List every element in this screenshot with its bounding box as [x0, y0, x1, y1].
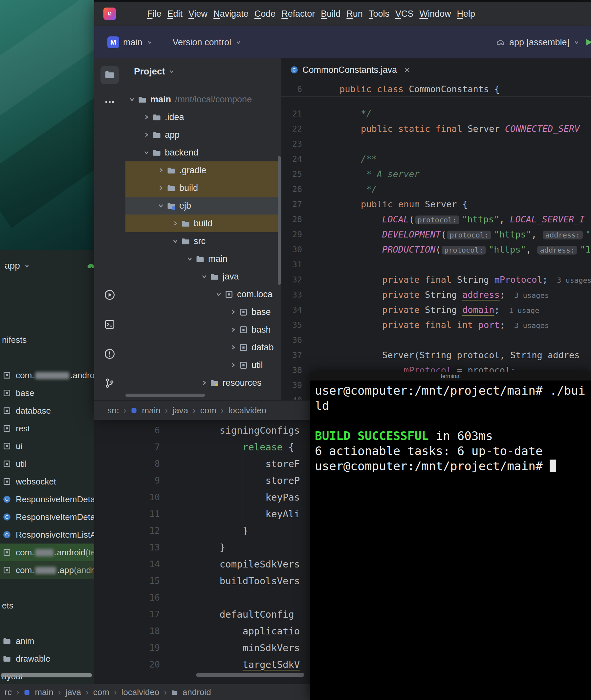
tree-item-base[interactable]: base: [125, 303, 281, 321]
tree-item-base[interactable]: base: [0, 384, 94, 402]
branch-selector[interactable]: M main: [107, 36, 153, 48]
code-text: public static final Server CONNECTED_SER…: [339, 124, 580, 134]
tree-item-app[interactable]: app: [125, 126, 281, 144]
tree-item-src[interactable]: src: [125, 232, 281, 250]
breadcrumb-item-main[interactable]: main: [142, 405, 160, 415]
version-control-menu[interactable]: Version control: [173, 37, 242, 48]
chevron-closed-icon[interactable]: [228, 343, 238, 352]
close-icon[interactable]: ×: [404, 65, 410, 75]
tree-item-ResponsiveItemListActivity[interactable]: CResponsiveItemListActivity: [0, 526, 94, 544]
terminal-output[interactable]: user@computer:/mnt/project/main# ./build…: [310, 381, 591, 474]
run-button[interactable]: [584, 37, 591, 47]
tree-item-drawable[interactable]: drawable: [0, 650, 94, 668]
chevron-open-icon[interactable]: [185, 254, 194, 263]
tree-item-anim[interactable]: anim: [0, 632, 94, 650]
terminal-tool-button[interactable]: [104, 319, 115, 331]
menu-item-run[interactable]: Run: [343, 7, 366, 21]
tree-item-nifests[interactable]: nifests: [0, 331, 94, 349]
project-panel-header[interactable]: Project: [134, 66, 175, 77]
tree-item-com.loca[interactable]: com.loca: [125, 285, 281, 303]
vertical-scrollbar[interactable]: [278, 156, 281, 285]
tree-item-ResponsiveItemDetailActiv[interactable]: CResponsiveItemDetailActiv: [0, 490, 94, 508]
tree-item-build[interactable]: build: [125, 215, 281, 232]
chevron-open-icon[interactable]: [214, 290, 223, 299]
menu-item-tools[interactable]: Tools: [366, 7, 392, 21]
horizontal-scrollbar[interactable]: [196, 673, 304, 677]
tree-item-ResponsiveItemDetailFragm[interactable]: CResponsiveItemDetailFragm: [0, 508, 94, 526]
breadcrumb-item-main[interactable]: main: [35, 687, 53, 697]
menu-item-vcs[interactable]: VCS: [392, 7, 417, 21]
run-tool-button[interactable]: [104, 290, 115, 301]
chevron-down-icon[interactable]: [573, 39, 580, 46]
code-line: 16: [94, 589, 310, 606]
tree-item-.gradle[interactable]: .gradle: [125, 161, 281, 179]
breadcrumb-item-com[interactable]: com: [200, 405, 216, 415]
menu-item-view[interactable]: View: [186, 7, 210, 21]
breadcrumb-item-localvideo[interactable]: localvideo: [122, 687, 159, 697]
tree-item-redacted[interactable]: com..androi: [0, 366, 94, 384]
chevron-open-icon[interactable]: [200, 272, 209, 281]
chevron-closed-icon[interactable]: [228, 325, 238, 334]
menu-item-refactor[interactable]: Refactor: [278, 7, 318, 21]
menu-item-window[interactable]: Window: [416, 7, 454, 21]
chevron-closed-icon[interactable]: [200, 378, 209, 387]
tree-item-redacted[interactable]: com..app (androidT: [0, 561, 94, 579]
tree-item-build[interactable]: build: [125, 179, 281, 197]
chevron-closed-icon[interactable]: [228, 361, 238, 370]
code-segment: [339, 275, 382, 285]
chevron-closed-icon[interactable]: [142, 112, 151, 122]
chevron-open-icon[interactable]: [142, 148, 151, 157]
tree-item-main[interactable]: main/mnt/local/compone: [125, 90, 281, 108]
chevron-closed-icon[interactable]: [142, 130, 151, 139]
chevron-closed-icon[interactable]: [228, 307, 238, 317]
tree-item-ejb[interactable]: ejb: [125, 197, 281, 215]
gradle-sync-icon[interactable]: [86, 261, 94, 270]
breadcrumb-item-rc[interactable]: rc: [5, 687, 12, 697]
terminal-title-bar[interactable]: terminal: [310, 372, 591, 381]
breadcrumb-item-src[interactable]: src: [107, 405, 119, 415]
tree-item-bash[interactable]: bash: [125, 321, 281, 338]
menu-item-code[interactable]: Code: [252, 7, 279, 21]
tree-item-redacted[interactable]: com..android (test): [0, 544, 94, 561]
chevron-open-icon[interactable]: [156, 201, 166, 210]
menu-item-build[interactable]: Build: [318, 7, 343, 21]
tree-item-java[interactable]: java: [125, 268, 281, 285]
breadcrumb-item-com[interactable]: com: [93, 687, 109, 697]
horizontal-scrollbar[interactable]: [125, 394, 205, 397]
menu-item-help[interactable]: Help: [454, 7, 478, 21]
more-tools-button[interactable]: [104, 97, 115, 108]
tree-item-ui[interactable]: ui: [0, 437, 94, 455]
tree-item-datab[interactable]: datab: [125, 338, 281, 356]
run-config-name[interactable]: app [assemble]: [509, 37, 569, 48]
tree-item-rest[interactable]: rest: [0, 419, 94, 437]
chevron-closed-icon[interactable]: [156, 183, 166, 192]
terminal-title: terminal: [441, 373, 460, 380]
horizontal-scrollbar[interactable]: [1, 673, 92, 677]
project-tool-button[interactable]: [101, 66, 119, 84]
tree-item-main[interactable]: main: [125, 250, 281, 268]
module-selector[interactable]: app: [5, 256, 94, 275]
tree-item-label: ejb: [179, 201, 191, 211]
chevron-closed-icon[interactable]: [156, 166, 166, 175]
tree-item-websocket[interactable]: websocket: [0, 473, 94, 490]
menu-item-edit[interactable]: Edit: [165, 7, 186, 21]
tree-item-resources[interactable]: resources: [125, 374, 281, 392]
chevron-open-icon[interactable]: [127, 95, 137, 104]
problems-tool-button[interactable]: [104, 349, 115, 360]
chevron-open-icon[interactable]: [171, 236, 180, 246]
breadcrumb-item-java[interactable]: java: [172, 405, 188, 415]
breadcrumb-item-localvideo[interactable]: localvideo: [228, 405, 267, 415]
tab-commonconstants[interactable]: C CommonConstants.java ×: [281, 58, 419, 81]
git-tool-button[interactable]: [104, 378, 115, 389]
chevron-closed-icon[interactable]: [171, 219, 180, 228]
tree-item-.idea[interactable]: .idea: [125, 108, 281, 126]
tree-item-util[interactable]: util: [125, 356, 281, 374]
breadcrumb-item-android[interactable]: android: [183, 687, 211, 697]
menu-item-navigate[interactable]: Navigate: [210, 7, 252, 21]
tree-item-database[interactable]: database: [0, 402, 94, 419]
tree-item-util[interactable]: util: [0, 455, 94, 473]
menu-item-file[interactable]: File: [144, 7, 165, 21]
breadcrumb-item-java[interactable]: java: [65, 687, 81, 697]
tree-item-ets[interactable]: ets: [0, 597, 94, 614]
tree-item-backend[interactable]: backend: [125, 144, 281, 161]
